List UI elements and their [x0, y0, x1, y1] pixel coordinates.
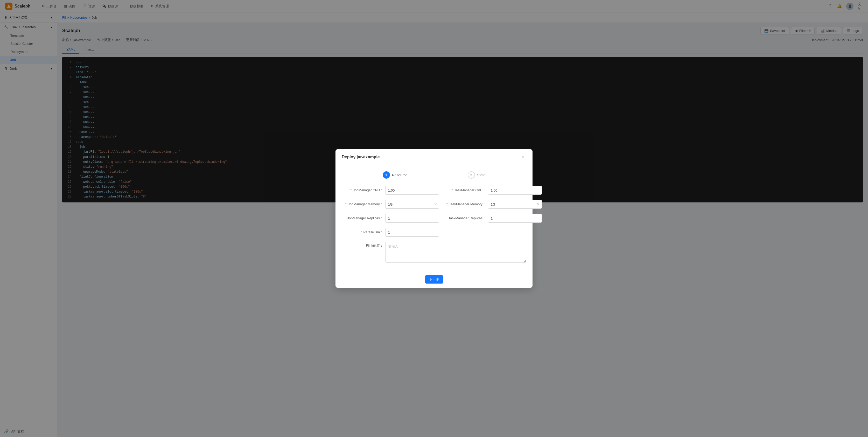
- next-step-button[interactable]: 下一步: [425, 275, 443, 284]
- jm-replicas-label: JobManager Replicas：: [342, 216, 383, 221]
- stepper: 1 Resource 2 State: [342, 171, 526, 179]
- form-grid: * JobManager CPU： * TaskManager CPU：: [342, 186, 526, 237]
- form-item-tm-replicas: TaskManager Replicas：: [444, 214, 542, 223]
- jm-memory-label: * JobManager Memory：: [342, 202, 383, 207]
- form-item-tm-cpu: * TaskManager CPU：: [444, 186, 542, 195]
- form-item-flink-config: Flink配置：: [342, 242, 526, 262]
- step-2-label: State: [477, 173, 486, 177]
- parallelism-input[interactable]: [385, 228, 439, 237]
- step-2: 2 State: [468, 171, 486, 179]
- step-2-circle: 2: [468, 171, 475, 179]
- step-1-label: Resource: [392, 173, 408, 177]
- flink-config-textarea[interactable]: [385, 242, 526, 262]
- jm-cpu-input[interactable]: [385, 186, 439, 195]
- tm-replicas-input[interactable]: [488, 214, 542, 223]
- form-item-jm-memory: * JobManager Memory： ✕: [342, 200, 439, 209]
- modal-close-button[interactable]: ×: [519, 153, 526, 161]
- deploy-modal: Deploy jar-example × 1 Resource 2 State: [336, 149, 532, 288]
- modal-footer: 下一步: [336, 271, 532, 288]
- tm-memory-label: * TaskManager Memory：: [444, 202, 486, 207]
- jm-memory-clear-icon[interactable]: ✕: [434, 202, 437, 206]
- parallelism-label: * Parallelism：: [342, 230, 383, 235]
- form-item-jm-cpu: * JobManager CPU：: [342, 186, 439, 195]
- step-1: 1 Resource: [383, 171, 408, 179]
- tm-cpu-input[interactable]: [488, 186, 542, 195]
- form-item-tm-memory: * TaskManager Memory： ✕: [444, 200, 542, 209]
- tm-replicas-label: TaskManager Replicas：: [444, 216, 486, 221]
- form-item-jm-replicas: JobManager Replicas：: [342, 214, 439, 223]
- step-line: [412, 175, 464, 175]
- modal-header: Deploy jar-example ×: [336, 149, 532, 165]
- modal-title: Deploy jar-example: [342, 155, 380, 159]
- tm-memory-input[interactable]: [488, 200, 542, 209]
- step-1-circle: 1: [383, 171, 390, 179]
- tm-memory-clear-icon[interactable]: ✕: [537, 202, 540, 206]
- flink-config-label: Flink配置：: [342, 242, 383, 248]
- modal-body: 1 Resource 2 State * JobManager CPU：: [336, 165, 532, 271]
- jm-cpu-label: * JobManager CPU：: [342, 188, 383, 193]
- tm-cpu-label: * TaskManager CPU：: [444, 188, 486, 193]
- jm-memory-input[interactable]: [385, 200, 439, 209]
- form-item-parallelism: * Parallelism：: [342, 228, 439, 237]
- modal-overlay[interactable]: Deploy jar-example × 1 Resource 2 State: [0, 0, 868, 437]
- jm-replicas-input[interactable]: [385, 214, 439, 223]
